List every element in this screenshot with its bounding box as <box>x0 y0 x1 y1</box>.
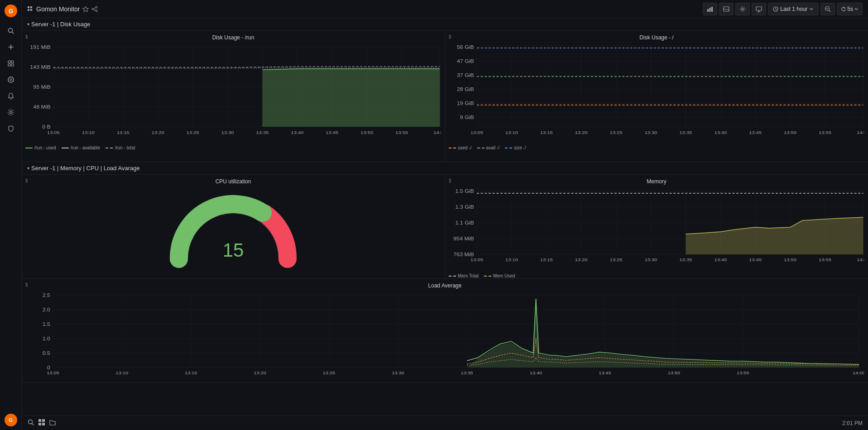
section-memory-cpu-header[interactable]: ▾ Server -1 | Memory | CPU | Load Avarag… <box>22 162 868 175</box>
panel-dollar-mem: $ <box>449 178 451 183</box>
load-avg-chart: 2.5 2.0 1.5 1.0 0.5 0 13:05 13:10 13:15 … <box>25 291 864 381</box>
cpu-gauge-svg: 15 <box>165 186 301 268</box>
legend-mem-used: Mem Used <box>484 273 515 278</box>
svg-text:13:40: 13:40 <box>291 130 303 135</box>
svg-line-22 <box>94 10 96 10</box>
svg-text:13:50: 13:50 <box>784 130 796 135</box>
sidebar-item-explore[interactable] <box>4 72 18 87</box>
legend-root-avail: avail -/ <box>477 145 499 150</box>
svg-text:13:35: 13:35 <box>680 130 692 135</box>
legend-mem-total: Mem Total <box>449 273 479 278</box>
clock-icon <box>773 6 778 12</box>
svg-text:13:55: 13:55 <box>737 371 749 375</box>
legend-root-used: used -/ <box>449 145 472 150</box>
svg-point-18 <box>96 6 97 8</box>
svg-text:13:15: 13:15 <box>185 371 197 375</box>
legend-root-size: size -/ <box>505 145 526 150</box>
memory-chart: 1.5 GiB 1.3 GiB 1.1 GiB 954 MiB 763 MiB … <box>449 186 864 270</box>
legend-run-avail-line <box>62 148 69 148</box>
panel-title-root: Disk Usage - / <box>449 34 864 41</box>
taskbar-search-icon[interactable] <box>27 419 34 427</box>
refresh-icon <box>841 6 846 12</box>
svg-text:13:30: 13:30 <box>392 371 404 375</box>
memory-panel: $ Memory <box>445 175 868 278</box>
chart-view-button[interactable] <box>703 3 717 15</box>
section-title: Server -1 | Disk Usage <box>31 21 91 28</box>
topbar: Gomon Monitor <box>22 0 868 18</box>
app-logo[interactable]: G <box>4 4 18 18</box>
time-range-button[interactable]: Last 1 hour <box>768 3 819 15</box>
svg-text:13:45: 13:45 <box>749 130 762 135</box>
panel-settings-button[interactable] <box>735 3 750 15</box>
svg-point-12 <box>10 111 12 114</box>
svg-text:13:45: 13:45 <box>326 130 338 135</box>
panel-dollar-run: $ <box>25 34 28 39</box>
svg-text:15: 15 <box>223 239 244 261</box>
taskbar-files-icon[interactable] <box>49 419 56 427</box>
svg-text:13:25: 13:25 <box>610 258 623 262</box>
svg-text:1.3 GiB: 1.3 GiB <box>456 205 474 210</box>
svg-text:48 MiB: 48 MiB <box>33 105 51 110</box>
svg-text:13:30: 13:30 <box>645 130 657 135</box>
panel-dollar-load: $ <box>25 282 28 287</box>
svg-text:13:25: 13:25 <box>323 371 336 375</box>
refresh-button[interactable]: 5s <box>837 3 863 15</box>
legend-root-avail-label: avail -/ <box>486 145 499 150</box>
disk-root-legend: used -/ avail -/ size -/ <box>449 145 864 150</box>
svg-marker-143 <box>686 217 863 254</box>
svg-text:13:30: 13:30 <box>221 130 234 135</box>
disk-root-chart: 56 GiB 47 GiB 37 GiB 28 GiB 19 GiB 9 GiB… <box>449 43 864 142</box>
time-range-label: Last 1 hour <box>780 6 807 12</box>
avatar[interactable]: G <box>5 414 17 426</box>
svg-text:1.5: 1.5 <box>43 322 50 327</box>
svg-text:13:40: 13:40 <box>714 258 727 262</box>
svg-text:763 MiB: 763 MiB <box>453 252 474 257</box>
image-view-button[interactable] <box>719 3 734 15</box>
sidebar-item-settings[interactable] <box>4 105 18 119</box>
app-title: Gomon Monitor <box>27 5 98 13</box>
svg-text:13:15: 13:15 <box>540 130 553 135</box>
svg-text:56 GiB: 56 GiB <box>457 45 474 50</box>
sidebar-item-dashboard[interactable] <box>4 56 18 71</box>
legend-run-total-line <box>106 148 113 148</box>
zoom-out-icon <box>825 6 831 12</box>
sidebar: G <box>0 0 22 430</box>
zoom-out-button[interactable] <box>820 3 835 15</box>
svg-line-34 <box>829 10 831 12</box>
svg-line-182 <box>32 424 34 425</box>
svg-text:95 MiB: 95 MiB <box>33 85 51 90</box>
section-disk-usage-header[interactable]: ▾ Server -1 | Disk Usage <box>22 18 868 31</box>
svg-rect-9 <box>11 64 14 66</box>
interval-chevron-icon <box>854 7 858 11</box>
svg-text:191 MiB: 191 MiB <box>30 45 50 50</box>
svg-line-3 <box>12 32 14 34</box>
svg-text:13:25: 13:25 <box>187 130 199 135</box>
taskbar-dashboard-icon[interactable] <box>38 419 45 427</box>
disk-usage-panels: $ Disk Usage - /run <box>22 31 868 162</box>
svg-text:13:20: 13:20 <box>152 130 164 135</box>
svg-rect-184 <box>42 419 45 422</box>
sidebar-item-alerts[interactable] <box>4 89 18 103</box>
legend-run-total: /run - total <box>106 145 135 150</box>
legend-root-used-label: used -/ <box>458 145 472 150</box>
panel-title-run: Disk Usage - /run <box>25 34 441 41</box>
svg-rect-28 <box>756 7 762 10</box>
main-content: Gomon Monitor <box>22 0 868 430</box>
star-icon[interactable] <box>82 6 89 12</box>
sidebar-item-search[interactable] <box>4 24 18 38</box>
sidebar-item-add[interactable] <box>4 40 18 54</box>
svg-text:0 B: 0 B <box>42 124 51 129</box>
legend-root-avail-line <box>477 148 484 148</box>
svg-text:13:55: 13:55 <box>819 130 831 135</box>
share-icon[interactable] <box>91 6 98 12</box>
image-icon <box>723 6 729 12</box>
screen-button[interactable] <box>752 3 766 15</box>
sidebar-item-shield[interactable] <box>4 121 18 136</box>
svg-text:14:00: 14:00 <box>853 371 864 375</box>
load-avg-title: Load Average <box>25 282 864 289</box>
bottombar: 2:01 PM <box>22 416 868 430</box>
section-chevron: ▾ <box>27 22 29 27</box>
svg-rect-183 <box>38 419 41 422</box>
chart-bar-icon <box>707 6 713 12</box>
section2-chevron: ▾ <box>27 166 29 171</box>
